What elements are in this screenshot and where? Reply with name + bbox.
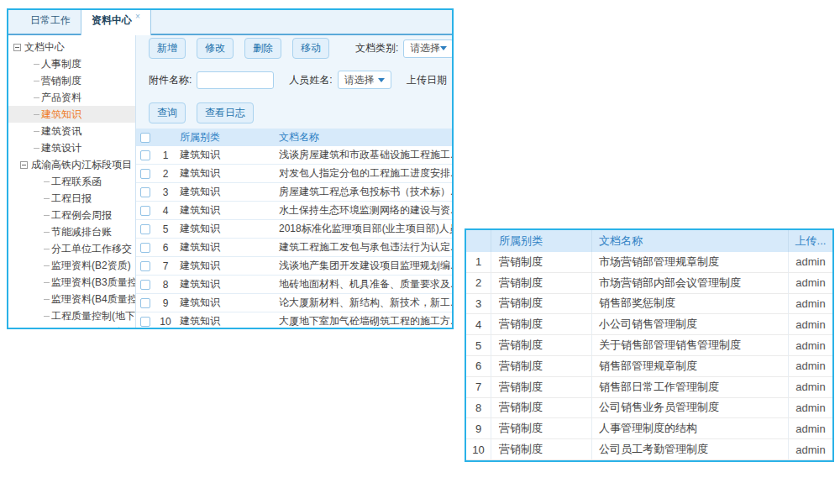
close-icon[interactable]: × — [135, 12, 140, 21]
table-row[interactable]: 7 营销制度 销售部日常工作管理制度 admin — [466, 377, 832, 398]
tree-item-unit-work-transfer[interactable]: 分工单位工作移交 — [8, 240, 135, 257]
tab-data-center[interactable]: 资料中心× — [81, 8, 151, 35]
person-select[interactable]: 请选择 — [338, 71, 391, 89]
tree-item-construction-design[interactable]: 建筑设计 — [8, 139, 135, 156]
table-row[interactable]: 8 营销制度 公司销售业务员管理制度 admin — [466, 398, 832, 419]
table-row[interactable]: 5 营销制度 关于销售部管理销售管理制度 admin — [466, 335, 832, 356]
table-row[interactable]: 8 建筑知识 地砖地面材料、机具准备、质量要求及... — [136, 276, 452, 294]
category-select[interactable]: 请选择 — [403, 39, 452, 58]
row-checkbox[interactable] — [140, 243, 150, 253]
collapse-icon[interactable] — [20, 161, 28, 169]
row-checkbox[interactable] — [140, 317, 150, 327]
document-table: 所属别类 文档名称 1 建筑知识 浅谈房屋建筑和市政基础设施工程施工... 2 … — [136, 129, 452, 328]
table-row[interactable]: 3 营销制度 销售部奖惩制度 admin — [466, 294, 832, 315]
row-checkbox[interactable] — [140, 169, 150, 179]
row-checkbox[interactable] — [140, 224, 150, 234]
attachment-name-input[interactable] — [197, 71, 274, 89]
tab-daily-work[interactable]: 日常工作 — [20, 8, 81, 34]
dropdown-arrow-icon — [440, 46, 447, 50]
tab-data-center-label: 资料中心 — [92, 14, 132, 26]
move-button[interactable]: 移动 — [292, 38, 329, 59]
tree-item-construction-news[interactable]: 建筑资讯 — [8, 123, 135, 139]
col-header-uploader: 上传... — [789, 234, 832, 249]
row-checkbox[interactable] — [140, 298, 150, 308]
right-table-header: 所属别类 文档名称 上传... — [466, 230, 832, 252]
tree-item-railway-project[interactable]: 成渝高铁内江标段项目 — [8, 156, 135, 173]
tree-item-doc-center[interactable]: 文档中心 — [8, 39, 135, 55]
table-row[interactable]: 4 建筑知识 水土保持生态环境监测网络的建设与资... — [136, 202, 452, 220]
tree-item-project-letters[interactable]: 工程联系函 — [8, 173, 135, 190]
col-header-category: 所属别类 — [176, 130, 276, 144]
query-button[interactable]: 查询 — [149, 102, 186, 123]
tree-item-construction-knowledge[interactable]: 建筑知识 — [8, 106, 135, 123]
table-row[interactable]: 10 建筑知识 大厦地下室加气砼墙砌筑工程的施工方... — [136, 312, 452, 328]
category-filter-label: 文档类别: — [355, 41, 398, 55]
tree-item-supervision-b2[interactable]: 监理资料(B2资质) — [8, 257, 135, 274]
attachment-name-label: 附件名称: — [149, 73, 192, 87]
table-row[interactable]: 1 营销制度 市场营销部管理规章制度 admin — [466, 252, 832, 273]
table-row[interactable]: 6 营销制度 销售部管理规章制度 admin — [466, 356, 832, 377]
col-header-category: 所属别类 — [491, 230, 592, 252]
upload-date-label: 上传日期 — [407, 73, 447, 87]
tree-item-hr-rules[interactable]: 人事制度 — [8, 55, 135, 72]
tree-item-supervision-b3[interactable]: 监理资料(B3质量控制) — [8, 274, 135, 291]
tree-item-project-daily-report[interactable]: 工程日报 — [8, 190, 135, 207]
tree-item-clipped[interactable]: 工程质量控制(主体) — [8, 324, 135, 328]
table-row[interactable]: 2 营销制度 市场营销部内部会议管理制度 admin — [466, 273, 832, 294]
row-checkbox[interactable] — [140, 150, 150, 160]
tree-item-marketing-rules[interactable]: 营销制度 — [8, 72, 135, 89]
table-row[interactable]: 2 建筑知识 对发包人指定分包的工程施工进度安排... — [136, 165, 452, 183]
table-row[interactable]: 6 建筑知识 建筑工程施工发包与承包违法行为认定... — [136, 239, 452, 257]
row-checkbox[interactable] — [140, 187, 150, 197]
tab-bar: 日常工作 资料中心× — [8, 10, 452, 35]
document-center-window: 日常工作 资料中心× 文档中心 人事制度 营销制度 产品资料 建筑知识 建筑资讯… — [7, 8, 454, 329]
table-row[interactable]: 7 建筑知识 浅谈地产集团开发建设项目监理规划编... — [136, 257, 452, 276]
table-row[interactable]: 10 营销制度 公司员工考勤管理制度 admin — [466, 439, 832, 460]
modify-button[interactable]: 修改 — [197, 38, 234, 59]
document-table-header: 所属别类 文档名称 — [136, 129, 452, 146]
table-row[interactable]: 9 建筑知识 论大厦新材料、新结构、新技术，新工... — [136, 294, 452, 312]
table-row[interactable]: 9 营销制度 人事管理制度的结构 admin — [466, 418, 832, 439]
category-tree: 文档中心 人事制度 营销制度 产品资料 建筑知识 建筑资讯 建筑设计 成渝高铁内… — [8, 35, 136, 328]
tree-item-energy-saving-ledger[interactable]: 节能减排台账 — [8, 223, 135, 240]
table-row[interactable]: 3 建筑知识 房屋建筑工程总承包投标书（技术标）... — [136, 183, 452, 202]
person-name-label: 人员姓名: — [289, 73, 332, 87]
tree-item-product-docs[interactable]: 产品资料 — [8, 89, 135, 106]
row-checkbox[interactable] — [140, 206, 150, 216]
view-log-button[interactable]: 查看日志 — [197, 102, 254, 123]
col-header-doc-name: 文档名称 — [276, 130, 452, 144]
collapse-icon[interactable] — [13, 44, 21, 51]
table-row[interactable]: 4 营销制度 小公司销售管理制度 admin — [466, 314, 832, 335]
select-all-checkbox[interactable] — [140, 133, 150, 143]
tree-item-weekly-meeting-report[interactable]: 工程例会周报 — [8, 207, 135, 223]
row-checkbox[interactable] — [140, 280, 150, 290]
table-row[interactable]: 5 建筑知识 2018标准化监理项目部(业主项目部)人员... — [136, 220, 452, 239]
col-header-doc-name: 文档名称 — [592, 230, 789, 252]
marketing-docs-table: 所属别类 文档名称 上传... 1 营销制度 市场营销部管理规章制度 admin… — [465, 228, 834, 462]
row-checkbox[interactable] — [140, 261, 150, 271]
tree-item-supervision-b4[interactable]: 监理资料(B4质量控制) — [8, 291, 135, 307]
tree-item-quality-control-basement[interactable]: 工程质量控制(地下室) — [8, 307, 135, 324]
table-row[interactable]: 1 建筑知识 浅谈房屋建筑和市政基础设施工程施工... — [136, 146, 452, 165]
dropdown-arrow-icon — [378, 78, 385, 82]
document-list-pane: 新增 修改 删除 移动 文档类别: 请选择 文档 附件名称: 人员姓名: 请选择… — [136, 35, 452, 328]
delete-button[interactable]: 删除 — [244, 38, 281, 59]
add-button[interactable]: 新增 — [149, 38, 186, 59]
